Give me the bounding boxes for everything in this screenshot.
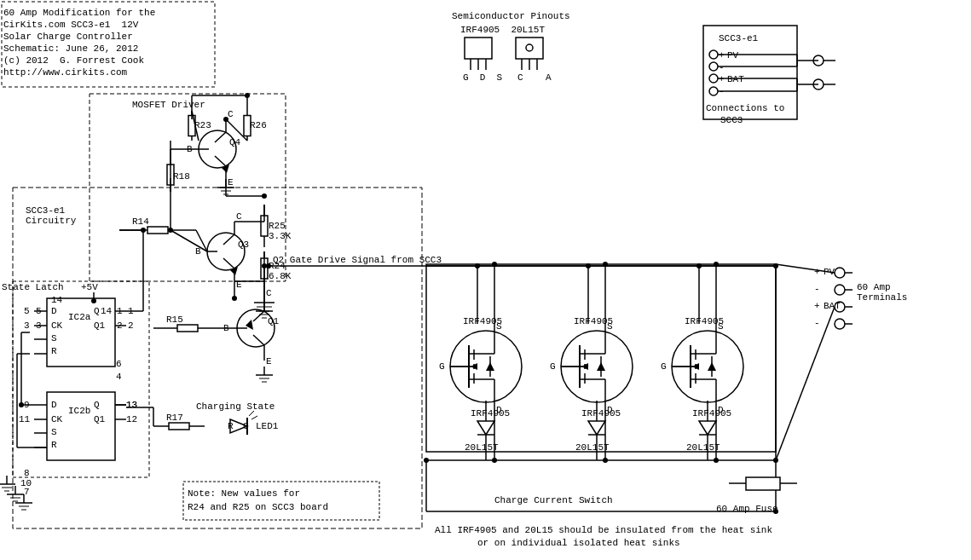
schematic-canvas xyxy=(0,0,971,560)
schematic-container xyxy=(0,0,971,560)
